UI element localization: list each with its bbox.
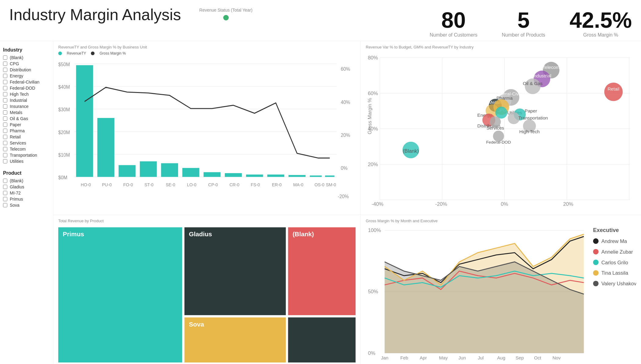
header: Industry Margin Analysis Revenue Status … — [0, 0, 641, 41]
svg-point-133 — [593, 281, 599, 286]
svg-text:Tina Lassila: Tina Lassila — [601, 270, 628, 276]
svg-text:OS-0: OS-0 — [314, 182, 324, 187]
svg-text:Gladius: Gladius — [189, 230, 212, 237]
svg-point-127 — [593, 249, 599, 254]
industry-filter-item[interactable]: Paper — [3, 122, 50, 128]
industry-checkbox[interactable] — [3, 153, 7, 157]
revenue-status-dot[interactable] — [223, 15, 229, 20]
industry-filter-item[interactable]: Oil & Gas — [3, 116, 50, 122]
chart2-title: Total Revenue by Product — [58, 219, 356, 223]
industry-filter-item[interactable]: Metals — [3, 109, 50, 116]
industry-filter-item[interactable]: High Tech — [3, 91, 50, 97]
industry-filter-item[interactable]: Federal-DOD — [3, 85, 50, 91]
svg-text:ER-0: ER-0 — [272, 182, 282, 187]
industry-filter-item[interactable]: Utilities — [3, 158, 50, 164]
industry-checkbox[interactable] — [3, 141, 7, 145]
product-filter-item[interactable]: MI-72 — [3, 190, 50, 196]
svg-text:CP-0: CP-0 — [208, 182, 218, 187]
product-checkbox[interactable] — [3, 197, 7, 201]
svg-text:MA-0: MA-0 — [293, 182, 303, 187]
svg-text:40%: 40% — [341, 99, 350, 105]
industry-filter-item[interactable]: Pharma — [3, 128, 50, 134]
svg-text:SE-0: SE-0 — [166, 182, 175, 187]
product-filter-item[interactable]: Primus — [3, 196, 50, 202]
svg-text:Industrial: Industrial — [533, 73, 551, 78]
industry-filter-item[interactable]: CPG — [3, 61, 50, 67]
svg-text:Valery Ushakov: Valery Ushakov — [601, 281, 636, 287]
industry-checkbox[interactable] — [3, 62, 7, 66]
industry-filter-item[interactable]: Telecom — [3, 146, 50, 152]
svg-point-125 — [593, 238, 599, 244]
industry-filter-item[interactable]: Distribution — [3, 67, 50, 73]
svg-text:$50M: $50M — [58, 61, 70, 67]
industry-filter-item[interactable]: Energy — [3, 73, 50, 79]
industry-checkbox[interactable] — [3, 86, 7, 90]
industry-label: Utilities — [10, 159, 23, 164]
industry-filter-item[interactable]: Transportation — [3, 152, 50, 158]
chart3-canvas: 80% 60% 40% 20% — [366, 51, 636, 208]
svg-text:Services: Services — [486, 125, 504, 130]
svg-rect-21 — [161, 163, 178, 177]
industry-filter-item[interactable]: Industrial — [3, 97, 50, 103]
svg-text:Federal-DOD: Federal-DOD — [486, 140, 511, 145]
svg-text:FO-0: FO-0 — [123, 182, 133, 187]
svg-text:Telecom: Telecom — [543, 65, 560, 70]
product-checkbox[interactable] — [3, 203, 7, 207]
industry-checkbox[interactable] — [3, 123, 7, 127]
industry-filter-item[interactable]: (Blank) — [3, 55, 50, 61]
industry-checkbox[interactable] — [3, 98, 7, 102]
product-filter-item[interactable]: Gladius — [3, 184, 50, 190]
charts-bottom-row: Total Revenue by Product Primus Gladius … — [53, 215, 641, 364]
svg-text:HO-0: HO-0 — [81, 182, 91, 187]
product-checkbox[interactable] — [3, 179, 7, 183]
industry-checkbox[interactable] — [3, 110, 7, 115]
industry-label: Insurance — [10, 104, 28, 109]
product-checkbox[interactable] — [3, 191, 7, 195]
industry-checkbox[interactable] — [3, 80, 7, 84]
svg-point-129 — [593, 259, 599, 265]
industry-filter-item[interactable]: Federal-Civilian — [3, 79, 50, 85]
industry-checkbox[interactable] — [3, 116, 7, 121]
industry-filter-item[interactable]: Services — [3, 140, 50, 146]
industry-label: Metals — [10, 110, 22, 115]
svg-text:Oil & Gas: Oil & Gas — [523, 81, 543, 86]
svg-text:-20%: -20% — [435, 201, 447, 207]
svg-text:ST-0: ST-0 — [145, 182, 153, 187]
svg-text:Jan: Jan — [381, 355, 389, 360]
chart1-svg: $50M $40M $30M $20M $10M $0M 60% 40% 20%… — [58, 57, 356, 208]
industry-checkbox[interactable] — [3, 135, 7, 139]
product-filter-item[interactable]: Sova — [3, 202, 50, 208]
industry-filter-item[interactable]: Insurance — [3, 103, 50, 109]
industry-label: Federal-Civilian — [10, 80, 39, 84]
svg-text:Jun: Jun — [459, 355, 466, 360]
industry-label: Pharma — [10, 128, 25, 133]
product-filter-item[interactable]: (Blank) — [3, 178, 50, 184]
svg-text:0%: 0% — [341, 165, 348, 171]
industry-label: Federal-DOD — [10, 86, 35, 91]
industry-label: Distribution — [10, 67, 31, 72]
kpi-margin-label: Gross Margin % — [583, 32, 618, 38]
industry-checkbox[interactable] — [3, 104, 7, 109]
svg-text:Executive: Executive — [593, 227, 619, 233]
svg-rect-24 — [225, 173, 242, 177]
product-checkbox[interactable] — [3, 185, 7, 189]
svg-rect-27 — [288, 175, 306, 177]
industry-checkbox[interactable] — [3, 68, 7, 72]
product-filter-list: (Blank)GladiusMI-72PrimusSova — [3, 178, 50, 208]
industry-checkbox[interactable] — [3, 147, 7, 151]
industry-label: Retail — [10, 134, 21, 139]
kpi-customers: 80 Number of Customers — [430, 9, 478, 38]
chart3-svg: 80% 60% 40% 20% — [366, 51, 636, 208]
industry-checkbox[interactable] — [3, 129, 7, 133]
chart2-svg: Primus Gladius (Blank) Sova — [58, 225, 356, 364]
industry-checkbox[interactable] — [3, 74, 7, 78]
svg-text:20%: 20% — [341, 132, 350, 138]
industry-checkbox[interactable] — [3, 55, 7, 60]
svg-text:Aug: Aug — [497, 355, 506, 360]
chart-line-exec: Gross Margin % by Month and Executive 10… — [361, 215, 641, 364]
product-label: Sova — [10, 203, 20, 208]
industry-checkbox[interactable] — [3, 92, 7, 96]
industry-checkbox[interactable] — [3, 159, 7, 163]
industry-filter-title: Industry — [3, 47, 50, 53]
industry-filter-item[interactable]: Retail — [3, 134, 50, 140]
